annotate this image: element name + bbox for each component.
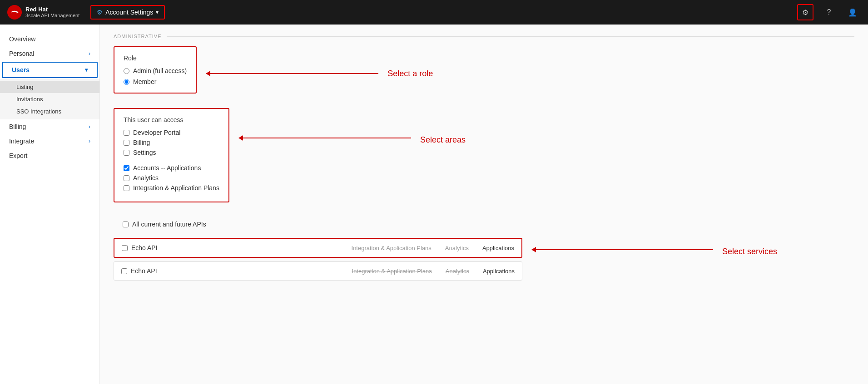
developer-portal-label: Developer Portal <box>133 129 180 136</box>
account-settings-button[interactable]: ⚙ Account Settings ▾ <box>90 5 165 20</box>
services-annotation-arrow <box>531 247 713 252</box>
service-1-applications-label: Applications <box>482 245 514 251</box>
integrate-chevron-icon: › <box>89 138 90 144</box>
access-section: This user can access Developer Portal Bi… <box>114 108 854 210</box>
settings-icon-button[interactable]: ⚙ <box>797 4 813 20</box>
role-arrow-head-icon <box>206 71 210 76</box>
services-list: Echo API Integration & Application Plans… <box>114 238 522 284</box>
role-arrow-line <box>210 73 378 74</box>
user-icon-button[interactable]: 👤 <box>844 4 861 20</box>
areas-annotation-arrow <box>238 135 411 141</box>
topbar: Red Hat 3scale API Management ⚙ Account … <box>0 0 868 25</box>
service-2-analytics-label: Analytics <box>446 268 469 275</box>
role-member-option[interactable]: Member <box>124 78 187 85</box>
billing-chevron-icon: › <box>89 123 90 130</box>
service-1-plans-label: Integration & Application Plans <box>352 245 432 251</box>
access-billing[interactable]: Billing <box>124 139 219 146</box>
role-annotation-arrow <box>206 71 378 76</box>
redhat-logo-icon <box>7 5 22 20</box>
all-apis-checkbox[interactable] <box>123 222 129 227</box>
access-box: This user can access Developer Portal Bi… <box>114 108 229 202</box>
sidebar-item-personal[interactable]: Personal › <box>0 46 99 61</box>
help-icon-button[interactable]: ? <box>821 4 837 20</box>
sidebar-sub-item-listing[interactable]: Listing <box>0 81 99 93</box>
service-2-applications-label: Applications <box>483 268 515 275</box>
billing-checkbox[interactable] <box>124 140 129 146</box>
services-arrow-head-icon <box>531 247 536 252</box>
service-2-checkbox[interactable] <box>121 268 127 274</box>
brand: Red Hat 3scale API Management <box>7 5 79 20</box>
service-2-plans-label: Integration & Application Plans <box>352 268 432 275</box>
brand-sub: 3scale API Management <box>25 13 79 19</box>
brand-name: Red Hat <box>25 6 79 13</box>
sidebar-sub-users: Listing Invitations SSO Integrations <box>0 79 99 119</box>
service-1-name-label: Echo API <box>131 244 158 251</box>
sidebar-item-export[interactable]: Export <box>0 148 99 163</box>
role-box: Role Admin (full access) Member <box>114 46 197 94</box>
services-section: Echo API Integration & Application Plans… <box>114 238 854 284</box>
service-row-2: Echo API Integration & Application Plans… <box>114 261 522 281</box>
accounts-applications-label: Accounts -- Applications <box>133 164 201 172</box>
access-developer-portal[interactable]: Developer Portal <box>124 129 219 136</box>
gear-icon: ⚙ <box>802 8 808 17</box>
service-1-analytics-label: Analytics <box>445 245 469 251</box>
analytics-checkbox[interactable] <box>124 175 129 181</box>
accounts-applications-checkbox[interactable] <box>124 165 129 171</box>
sidebar-item-users[interactable]: Users ▾ <box>3 63 97 77</box>
services-annotation-text: Select services <box>722 247 777 256</box>
role-admin-option[interactable]: Admin (full access) <box>124 67 187 74</box>
main-content: ADMINISTRATIVE Role Admin (full access) … <box>100 25 868 384</box>
access-integration-plans[interactable]: Integration & Application Plans <box>124 184 219 192</box>
settings-label: Settings <box>133 149 156 156</box>
role-member-label: Member <box>133 78 156 85</box>
integration-plans-checkbox[interactable] <box>124 185 129 191</box>
sidebar-item-billing[interactable]: Billing › <box>0 119 99 134</box>
service-row-1-content: Echo API Integration & Application Plans… <box>114 239 521 257</box>
access-accounts-applications[interactable]: Accounts -- Applications <box>124 164 219 172</box>
layout: Overview Personal › Users ▾ Listing Invi… <box>0 25 868 384</box>
service-2-plans: Integration & Application Plans Analytic… <box>212 268 515 275</box>
all-apis-label: All current and future APIs <box>132 221 206 228</box>
all-apis-checkbox-item[interactable]: All current and future APIs <box>123 221 206 228</box>
service-1-name: Echo API <box>122 244 213 251</box>
analytics-label: Analytics <box>133 174 159 182</box>
integration-plans-label: Integration & Application Plans <box>133 184 219 192</box>
role-admin-label: Admin (full access) <box>133 67 187 74</box>
topbar-left: Red Hat 3scale API Management ⚙ Account … <box>7 5 165 20</box>
role-radio-group: Admin (full access) Member <box>124 67 187 85</box>
service-1-plans: Integration & Application Plans Analytic… <box>213 245 514 251</box>
service-2-name-label: Echo API <box>131 267 157 275</box>
role-admin-radio[interactable] <box>124 68 129 74</box>
sidebar-item-overview[interactable]: Overview <box>0 32 99 46</box>
account-settings-label: Account Settings <box>105 9 153 16</box>
role-title: Role <box>124 54 187 62</box>
areas-arrow-line <box>243 138 411 138</box>
service-row-1: Echo API Integration & Application Plans… <box>114 238 522 258</box>
topbar-right: ⚙ ? 👤 <box>797 4 861 20</box>
role-member-radio[interactable] <box>124 79 129 85</box>
svg-point-0 <box>7 5 22 20</box>
access-settings[interactable]: Settings <box>124 149 219 156</box>
service-row-2-content: Echo API Integration & Application Plans… <box>114 262 522 280</box>
settings-checkbox[interactable] <box>124 150 129 156</box>
services-arrow-line <box>536 249 713 250</box>
areas-arrow-head-icon <box>238 135 243 141</box>
access-analytics[interactable]: Analytics <box>124 174 219 182</box>
account-settings-gear-icon: ⚙ <box>97 9 103 16</box>
personal-chevron-icon: › <box>89 50 90 57</box>
developer-portal-checkbox[interactable] <box>124 130 129 136</box>
sidebar-sub-item-invitations[interactable]: Invitations <box>0 93 99 105</box>
sidebar-item-integrate[interactable]: Integrate › <box>0 134 99 148</box>
all-apis-row: All current and future APIs <box>114 217 345 234</box>
account-settings-chevron-icon: ▾ <box>156 9 159 15</box>
role-section: Role Admin (full access) Member Select a… <box>114 46 854 101</box>
service-1-checkbox[interactable] <box>122 245 128 251</box>
access-title: This user can access <box>124 116 219 123</box>
section-label: ADMINISTRATIVE <box>114 34 854 39</box>
role-annotation-text: Select a role <box>387 69 433 79</box>
user-icon: 👤 <box>848 8 857 17</box>
billing-label: Billing <box>133 139 150 146</box>
sidebar-sub-item-sso[interactable]: SSO Integrations <box>0 105 99 118</box>
areas-annotation-text: Select areas <box>420 135 466 145</box>
question-icon: ? <box>827 8 831 16</box>
